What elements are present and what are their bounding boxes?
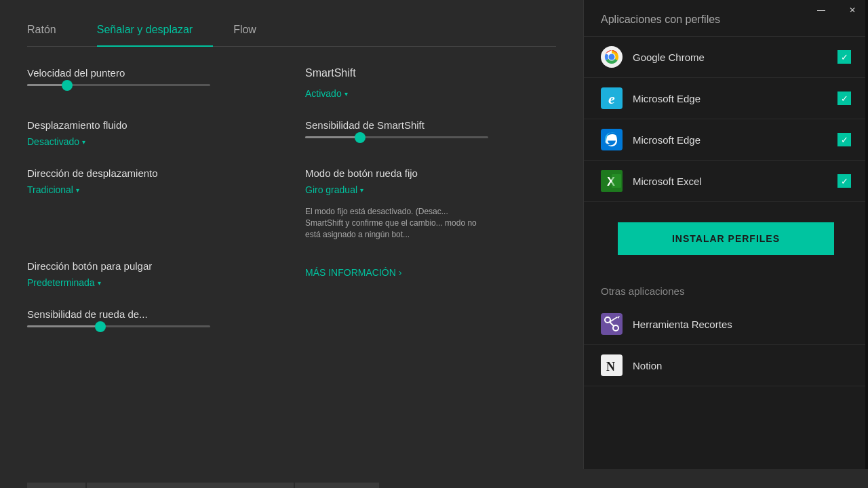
edge-checkbox[interactable]: ✓ xyxy=(837,133,851,146)
svg-text:e: e xyxy=(608,90,615,107)
app-item-excel: X Microsoft Excel ✓ xyxy=(584,161,868,202)
smartshift-sensitivity-setting: Sensibilidad de SmartShift xyxy=(305,119,556,147)
close-button[interactable]: ✕ xyxy=(837,0,868,20)
smooth-scroll-label: Desplazamiento fluido xyxy=(27,119,278,131)
main-window: — ✕ Ratón Señalar y desplazar Flow xyxy=(0,0,868,488)
wheel-sensitivity-label: Sensibilidad de rueda de... xyxy=(27,308,278,320)
tab-bar: Ratón Señalar y desplazar Flow xyxy=(27,0,556,47)
excel-app-name: Microsoft Excel xyxy=(633,176,827,187)
smooth-scroll-chevron: ▾ xyxy=(82,138,85,146)
right-panel: Aplicaciones con perfiles xyxy=(583,0,868,469)
scroll-direction-label: Dirección de desplazamiento xyxy=(27,167,278,179)
notion-app-name: Notion xyxy=(633,360,851,371)
recortes-app-icon xyxy=(601,313,623,335)
pointer-speed-label: Velocidad del puntero xyxy=(27,67,278,79)
chrome-app-name: Google Chrome xyxy=(633,52,827,63)
wheel-mode-chevron: ▾ xyxy=(360,186,363,194)
install-btn-container: INSTALAR PERFILES xyxy=(584,202,868,275)
wheel-sensitivity-setting: Sensibilidad de rueda de... xyxy=(27,308,278,327)
svg-point-3 xyxy=(609,54,615,60)
tutorial-button[interactable]: TUTORIAL xyxy=(295,483,379,488)
smartshift-chevron: ▾ xyxy=(344,90,348,98)
more-info-link[interactable]: MÁS INFORMACIÓN › xyxy=(305,267,556,278)
smartshift-sensitivity-track[interactable] xyxy=(305,136,488,138)
config-button[interactable]: CONFIGURACIÓN PREDETERMINADA xyxy=(87,483,294,488)
smartshift-sensitivity-thumb[interactable] xyxy=(355,132,366,143)
smartshift-sensitivity-slider-container xyxy=(305,136,556,138)
chrome-app-icon xyxy=(601,46,623,68)
app-list: Google Chrome ✓ e Microsoft Edge ✓ xyxy=(584,37,868,202)
svg-text:N: N xyxy=(606,360,615,373)
app-item-notion: N Notion xyxy=(584,345,868,386)
smartshift-sensitivity-label: Sensibilidad de SmartShift xyxy=(305,119,556,131)
settings-grid: Velocidad del puntero SmartShift Activad… xyxy=(27,67,556,327)
pointer-speed-track[interactable] xyxy=(27,84,210,86)
edge-old-checkbox[interactable]: ✓ xyxy=(837,92,851,105)
edge-app-name: Microsoft Edge xyxy=(633,134,827,146)
smooth-scroll-value[interactable]: Desactivado ▾ xyxy=(27,136,278,147)
wheel-mode-label: Modo de botón rueda fijo xyxy=(305,167,556,179)
panel-divider xyxy=(865,0,868,469)
tab-senalar[interactable]: Señalar y desplazar xyxy=(97,14,213,46)
recortes-app-name: Herramienta Recortes xyxy=(633,319,851,330)
minimize-button[interactable]: — xyxy=(806,0,837,20)
wheel-mode-setting: Modo de botón rueda fijo Giro gradual ▾ … xyxy=(305,167,556,240)
left-panel: Ratón Señalar y desplazar Flow Velocidad… xyxy=(0,0,583,469)
thumb-direction-chevron: ▾ xyxy=(98,279,101,287)
excel-app-icon: X xyxy=(601,170,623,192)
svg-rect-9 xyxy=(612,174,621,188)
wheel-sensitivity-thumb[interactable] xyxy=(95,321,106,332)
smartshift-title: SmartShift xyxy=(305,67,556,79)
scroll-direction-value[interactable]: Tradicional ▾ xyxy=(27,184,278,195)
bottom-bar: MÁS CONFIGURACIÓN PREDETERMINADA TUTORIA… xyxy=(0,469,868,488)
wheel-mode-warning: El modo fijo está desactivado. (Desac...… xyxy=(305,206,488,240)
window-controls: — ✕ xyxy=(806,0,868,20)
edge-old-app-icon: e xyxy=(601,87,623,109)
app-item-recortes: Herramienta Recortes xyxy=(584,304,868,345)
notion-app-icon: N xyxy=(601,354,623,376)
pointer-speed-setting: Velocidad del puntero xyxy=(27,67,278,99)
pointer-speed-slider-container xyxy=(27,84,278,86)
smooth-scroll-setting: Desplazamiento fluido Desactivado ▾ xyxy=(27,119,278,147)
other-apps-list: Herramienta Recortes N Notion xyxy=(584,304,868,469)
content-area: Ratón Señalar y desplazar Flow Velocidad… xyxy=(0,0,868,469)
wheel-sensitivity-slider-container xyxy=(27,325,278,327)
more-info-container: MÁS INFORMACIÓN › xyxy=(305,260,556,288)
more-info-arrow: › xyxy=(399,267,402,278)
other-apps-header: Otras aplicaciones xyxy=(584,275,868,304)
smartshift-setting: SmartShift Activado ▾ xyxy=(305,67,556,99)
tab-raton[interactable]: Ratón xyxy=(27,14,77,46)
edge-app-icon xyxy=(601,129,623,150)
edge-old-app-name: Microsoft Edge xyxy=(633,93,827,104)
smartshift-value[interactable]: Activado ▾ xyxy=(305,88,556,99)
scroll-direction-setting: Dirección de desplazamiento Tradicional … xyxy=(27,167,278,240)
smartshift-sensitivity-fill xyxy=(305,136,360,138)
wheel-mode-value[interactable]: Giro gradual ▾ xyxy=(305,184,556,195)
chrome-checkbox[interactable]: ✓ xyxy=(837,50,851,64)
pointer-speed-thumb[interactable] xyxy=(62,80,73,91)
thumb-direction-value[interactable]: Predeterminada ▾ xyxy=(27,277,278,288)
mas-button[interactable]: MÁS xyxy=(27,483,85,488)
thumb-direction-label: Dirección botón para pulgar xyxy=(27,260,278,272)
scroll-direction-chevron: ▾ xyxy=(76,186,79,194)
app-item-edge-old: e Microsoft Edge ✓ xyxy=(584,78,868,119)
install-profiles-button[interactable]: INSTALAR PERFILES xyxy=(618,222,834,255)
wheel-sensitivity-fill xyxy=(27,325,100,327)
wheel-sensitivity-track[interactable] xyxy=(27,325,210,327)
thumb-direction-setting: Dirección botón para pulgar Predetermina… xyxy=(27,260,278,288)
app-item-chrome: Google Chrome ✓ xyxy=(584,37,868,78)
app-item-edge: Microsoft Edge ✓ xyxy=(584,119,868,161)
excel-checkbox[interactable]: ✓ xyxy=(837,174,851,188)
tab-flow[interactable]: Flow xyxy=(233,14,277,46)
